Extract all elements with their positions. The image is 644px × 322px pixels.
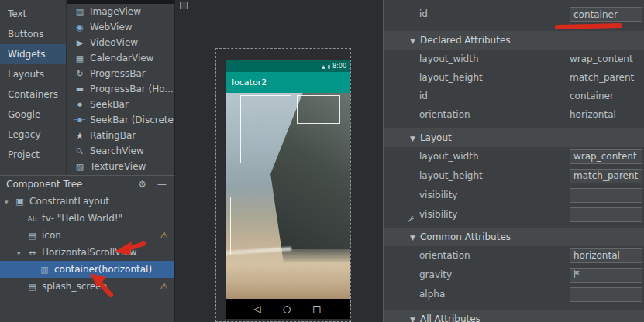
tree-item-icon[interactable]: ▤icon⚠ — [0, 227, 174, 244]
tree-item-label: ConstraintLayout — [29, 196, 109, 207]
attr-label-orientation: orientation — [419, 109, 470, 120]
signal-icon: ▲ — [322, 63, 325, 69]
attr-value-alpha[interactable] — [570, 287, 642, 302]
tree-item-container-horizontal[interactable]: ▥container(horizontal) — [0, 261, 174, 278]
palette-category-containers[interactable]: Containers — [0, 84, 66, 104]
attr-section-all-attributes[interactable]: ▼All Attributes — [384, 310, 644, 322]
attr-value-visibility[interactable] — [570, 188, 642, 203]
attr-value-orientation[interactable]: horizontal — [570, 248, 642, 263]
warning-icon: ⚠ — [160, 227, 168, 244]
gravity-flag-icon — [573, 269, 580, 282]
tree-item-constraintlayout[interactable]: ▾▣ConstraintLayout — [0, 193, 174, 210]
searchview-icon: ⚲ — [72, 143, 88, 159]
expanded-chevron-icon[interactable]: ▾ — [17, 245, 26, 262]
tree-item-splash-screen[interactable]: ▤splash_screen⚠ — [0, 278, 174, 295]
palette-category-text[interactable]: Text — [0, 4, 66, 24]
widget-item-seekbar-discrete[interactable]: ┄●┄SeekBar (Discrete) — [67, 112, 174, 128]
warning-icon: ⚠ — [160, 278, 168, 295]
tools-wrench-icon — [407, 211, 415, 218]
attr-row-orientation: orientationhorizontal — [384, 246, 644, 265]
attr-value-layout-width[interactable]: wrap_content — [570, 50, 633, 68]
attr-value-text: wrap_content — [573, 150, 637, 163]
settings-gear-icon[interactable]: ⚙ — [138, 179, 146, 190]
attr-row-gravity: gravity — [384, 265, 644, 285]
widget-item-label: ImageView — [90, 6, 141, 17]
attr-section-common-attributes[interactable]: ▼Common Attributes — [384, 228, 644, 246]
android-studio-layout-editor: TextButtonsWidgetsLayoutsContainersGoogl… — [0, 0, 644, 322]
widget-item-seekbar[interactable]: ─●─SeekBar — [67, 97, 174, 112]
tree-item-horizontalscrollview[interactable]: ▾↔HorizontalScrollView — [0, 244, 174, 261]
attr-row-id-top: id — [384, 5, 644, 23]
attr-label-layout-width: layout_width — [419, 53, 479, 64]
seekbar-icon: ─●─ — [74, 101, 86, 108]
attr-value-layout-height[interactable]: match_parent — [570, 169, 642, 183]
widget-item-label: SeekBar (Discrete) — [90, 115, 174, 125]
tree-item-label: icon — [42, 230, 61, 241]
webview-icon: ◉ — [74, 22, 86, 33]
tree-item-label: container(horizontal) — [54, 264, 152, 275]
attr-value-visibility-tools[interactable] — [570, 207, 642, 222]
attr-label-id: id — [419, 91, 428, 101]
palette-category-widgets[interactable]: Widgets — [0, 44, 66, 64]
attr-label-layout-width: layout_width — [419, 151, 479, 162]
widget-item-calendarview[interactable]: ▦CalendarView — [67, 50, 174, 66]
component-tree-toolbar: ⚙ — — [138, 179, 167, 190]
widget-item-searchview[interactable]: ⚲SearchView — [67, 143, 174, 159]
status-time: 8:00 — [332, 63, 346, 70]
palette-category-buttons[interactable]: Buttons — [0, 24, 66, 44]
attr-value-id[interactable]: container — [570, 87, 614, 105]
expanded-chevron-icon[interactable]: ▾ — [5, 194, 13, 211]
attr-value-orientation[interactable]: horizontal — [570, 105, 616, 124]
attr-section-layout[interactable]: ▼Layout — [384, 128, 644, 147]
widget-item-webview[interactable]: ◉WebView — [67, 19, 174, 35]
widget-item-textureview[interactable]: ▨TextureView — [67, 159, 174, 174]
attr-label-id: id — [419, 9, 428, 19]
view-bounds-rect-3 — [230, 197, 343, 255]
design-canvas[interactable]: ▲ ▮ 8:00 locator2 ◁ ○ □ — [176, 0, 383, 322]
attr-row-id: idcontainer — [384, 87, 644, 105]
horizontalscrollview-icon: ↔ — [26, 245, 39, 262]
device-content-image[interactable] — [226, 93, 350, 299]
tree-item-tv-hello-world[interactable]: Abtv- "Hello World!" — [0, 210, 174, 227]
attr-label-alpha: alpha — [419, 289, 445, 300]
widget-item-label: WebView — [90, 22, 133, 33]
widget-item-progressbar[interactable]: ↻ProgressBar — [67, 66, 174, 81]
widget-item-ratingbar[interactable]: ★RatingBar — [67, 128, 174, 143]
attr-value-layout-width[interactable]: wrap_content — [570, 149, 642, 164]
section-collapse-icon: ▼ — [410, 135, 415, 142]
attr-label-orientation: orientation — [419, 250, 470, 261]
attr-row-visibility-tools: visibility — [384, 205, 644, 224]
widget-item-label: SearchView — [90, 146, 144, 156]
attr-value-text: horizontal — [573, 249, 620, 262]
palette-category-legacy[interactable]: Legacy — [0, 125, 66, 145]
attr-value-layout-height[interactable]: match_parent — [570, 68, 634, 87]
widget-item-imageview[interactable]: ▤ImageView — [67, 4, 174, 19]
attr-section-title: Layout — [420, 132, 452, 143]
recents-icon: □ — [312, 303, 321, 314]
widget-item-progressbar-ho[interactable]: ▬ProgressBar (Ho... — [67, 81, 174, 97]
section-collapse-icon: ▼ — [410, 37, 415, 45]
hide-panel-icon[interactable]: — — [157, 179, 167, 190]
calendarview-icon: ▦ — [74, 53, 86, 63]
constraintlayout-icon: ▣ — [13, 194, 26, 211]
attr-value-gravity[interactable] — [570, 268, 642, 283]
attr-section-title: All Attributes — [420, 313, 480, 322]
palette-category-google[interactable]: Google — [0, 104, 66, 125]
palette-category-project[interactable]: Project — [0, 145, 66, 165]
attr-section-declared-attributes[interactable]: ▼Declared Attributes — [384, 31, 644, 50]
photo-beach — [226, 249, 350, 299]
widget-item-videoview[interactable]: ▶VideoView — [67, 35, 174, 50]
device-status-bar: ▲ ▮ 8:00 — [226, 60, 350, 72]
imageview-icon: ▤ — [26, 279, 39, 296]
textview-icon: Ab — [26, 211, 39, 228]
attributes-panel: id ▼Declared Attributeslayout_widthwrap_… — [383, 0, 644, 322]
section-collapse-icon: ▼ — [410, 316, 415, 322]
device-preview[interactable]: ▲ ▮ 8:00 locator2 ◁ ○ □ — [226, 60, 350, 319]
palette-category-layouts[interactable]: Layouts — [0, 64, 66, 84]
palette-categories: TextButtonsWidgetsLayoutsContainersGoogl… — [0, 0, 67, 175]
id-value-input[interactable] — [570, 7, 642, 22]
back-icon: ◁ — [253, 303, 260, 314]
linearlayout-horizontal-icon: ▥ — [38, 262, 51, 279]
widget-item-label: ProgressBar — [90, 68, 146, 79]
view-bounds-rect-2 — [297, 95, 340, 124]
